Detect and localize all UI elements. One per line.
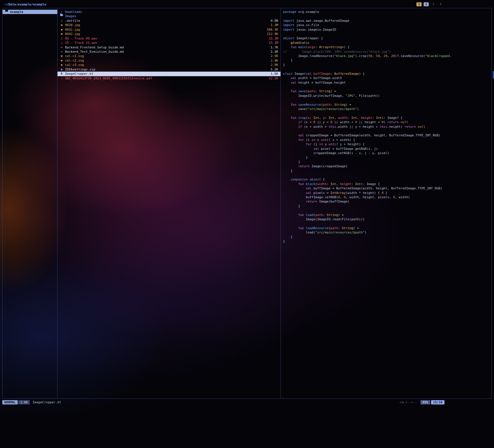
code-token: val xyxy=(291,81,297,85)
file-row[interactable]: SBI_0032013739_2023_DE05_0003155631Invoi… xyxy=(58,76,280,80)
file-row[interactable]: 0042.jpg212.9K xyxy=(58,32,280,36)
statusbar-filename: ImageCropper.kt xyxy=(33,400,61,404)
code-token xyxy=(283,116,291,120)
terminal-screen: ~/Data/example/example 1123 example Down… xyxy=(0,0,494,448)
parent-item[interactable]: example xyxy=(3,10,57,14)
code-token: Image(ImageIO.read(File(path))) xyxy=(283,217,365,221)
code-token: : xyxy=(315,45,319,49)
tab-4[interactable]: 3 xyxy=(438,2,443,6)
code-token: : xyxy=(325,116,329,120)
code-token: buffImage = BufferedImage(width, height,… xyxy=(311,186,442,190)
code-token: ( xyxy=(313,213,315,217)
code-token xyxy=(283,81,291,85)
code-line: Image(ImageIO.read(File(path))) xyxy=(283,217,489,221)
code-line: ImageIO.write(buffImage, "JPG", File(pat… xyxy=(283,94,489,98)
code-token: ) xyxy=(384,120,387,124)
code-token xyxy=(283,41,291,45)
markdown-icon xyxy=(60,50,64,54)
code-token: path xyxy=(331,226,338,230)
tab-1[interactable]: 1 xyxy=(416,2,422,6)
file-name: Backend_Test_Execution_Guide.md xyxy=(65,50,124,54)
file-row[interactable]: cal-c1.svg2.9K xyxy=(58,54,280,58)
code-token: val xyxy=(306,191,311,195)
code-token: } xyxy=(283,58,293,62)
code-line: class Image(val buffImage: BufferedImage… xyxy=(283,72,489,76)
file-name: 09 - Track 09.wav xyxy=(65,36,97,41)
code-token: null xyxy=(401,120,408,124)
image-icon xyxy=(60,54,64,58)
code-token: fun xyxy=(298,226,304,230)
code-token: || height < xyxy=(357,120,382,124)
file-row[interactable]: Downloads xyxy=(58,10,280,14)
code-token: @JvmStatic xyxy=(291,41,310,45)
current-pane: DownloadsImages.dotfile0.0B0028.jpg1.3M0… xyxy=(58,8,281,398)
code-token: path xyxy=(323,103,331,107)
code-token: BufferedImage xyxy=(334,72,359,76)
code-token: import xyxy=(283,19,295,23)
code-token: : xyxy=(327,182,330,186)
scrollbar-thumb[interactable] xyxy=(493,71,494,78)
code-token: { xyxy=(321,178,325,181)
statusbar-right: -rw-r--r-- 93% 15/16 xyxy=(398,400,444,404)
code-token: , xyxy=(334,116,338,120)
code-token: ).crop( xyxy=(355,54,368,58)
code-line: fun saveResource(path: String) = xyxy=(283,103,489,107)
code-token: (x + width > xyxy=(302,125,329,129)
code-line: } xyxy=(283,169,489,173)
code-line: if (x < 0 || y < 0 || width < 0 || heigh… xyxy=(283,120,489,124)
code-token: String xyxy=(331,45,342,49)
code-token: 50 xyxy=(368,54,372,58)
file-row[interactable]: 0031.jpg586.3K xyxy=(58,27,280,32)
file-name: ImageCropper.kt xyxy=(65,72,93,76)
code-line xyxy=(283,32,489,36)
code-token: 0 xyxy=(344,195,346,199)
code-token: ): Image { xyxy=(361,182,380,186)
code-token: y xyxy=(323,142,329,146)
code-line: package org.example xyxy=(283,10,489,14)
code-token: , xyxy=(340,195,344,199)
code-line xyxy=(283,129,489,133)
code-line: import javax.imageio.ImageIO xyxy=(283,27,489,32)
topbar: ~/Data/example/example 1123 xyxy=(2,1,492,7)
tab-2[interactable]: 1 xyxy=(424,2,429,6)
code-token: import xyxy=(283,28,295,32)
file-row[interactable]: ImageCropper.kt1.6K xyxy=(58,72,280,76)
file-row[interactable]: cal-c3.svg2.9K xyxy=(58,63,280,67)
code-token: Int xyxy=(355,182,361,186)
code-line: Image.loadResource("black.jpg").crop(50,… xyxy=(283,54,489,58)
file-name: Images xyxy=(65,14,76,18)
file-size: 5.2K xyxy=(268,67,278,72)
file-size: 2.9K xyxy=(268,54,278,58)
file-row[interactable]: 09 - Track 09.wav15.3M xyxy=(58,36,280,41)
code-token: : xyxy=(323,213,327,217)
file-row[interactable]: IDEAsettings.zip5.2K xyxy=(58,67,280,72)
file-row[interactable]: 0028.jpg1.3M xyxy=(58,23,280,27)
file-name: 0028.jpg xyxy=(65,23,80,27)
file-row[interactable]: Images xyxy=(58,14,280,18)
file-row[interactable]: Backend_Test_Execution_Guide.md1.3K xyxy=(58,50,280,54)
tab-3[interactable]: 2 xyxy=(431,2,436,6)
code-token: fun xyxy=(291,116,297,120)
code-token xyxy=(283,182,298,186)
code-line: fun black(width: Int, height: Int): Imag… xyxy=(283,182,489,186)
file-row[interactable]: Backend_Frontend_Setup_Guide.md1.7K xyxy=(58,45,280,50)
code-token: , xyxy=(387,54,391,58)
code-token: } xyxy=(283,63,285,67)
code-token: } xyxy=(283,169,293,173)
file-size: 12.5K xyxy=(266,76,278,80)
code-token xyxy=(283,125,298,129)
code-token: saveResource xyxy=(298,103,321,107)
code-token: ) = xyxy=(346,103,351,107)
code-token: return xyxy=(306,200,317,203)
code-token: croppedImage = BufferedImage(width, heig… xyxy=(304,133,440,137)
preview-pane: package org.exampleimport java.awt.image… xyxy=(281,8,491,398)
mode-badge: NORMAL xyxy=(2,400,18,404)
code-token: String xyxy=(334,103,346,107)
code-token: null xyxy=(418,125,425,129)
code-token: x xyxy=(315,138,321,142)
file-row[interactable]: 15 - Track 15.wav15.3M xyxy=(58,41,280,45)
file-row[interactable]: .dotfile0.0B xyxy=(58,19,280,23)
file-icon xyxy=(60,19,64,23)
file-row[interactable]: cal-c2.svg2.9K xyxy=(58,58,280,63)
code-line: if (x + width > this.width || y + height… xyxy=(283,125,489,129)
